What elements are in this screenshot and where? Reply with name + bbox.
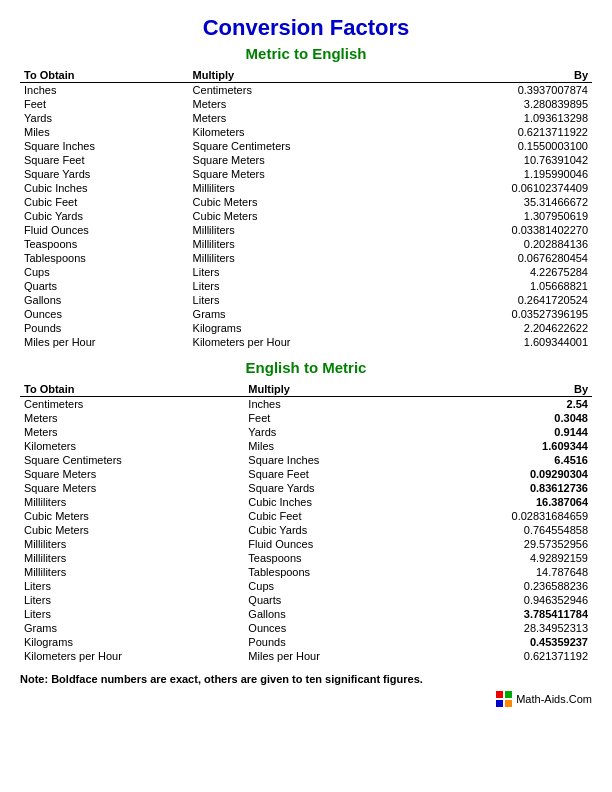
- cell-3-0: Kilometers: [20, 439, 244, 453]
- cell-14-2: 0.946352946: [413, 593, 592, 607]
- table-row: Square YardsSquare Meters1.195990046: [20, 167, 592, 181]
- cell-17-2: 0.45359237: [413, 635, 592, 649]
- cell-3-1: Kilometers: [189, 125, 413, 139]
- table-row: MillilitersTeaspoons4.92892159: [20, 551, 592, 565]
- cell-8-1: Cubic Feet: [244, 509, 413, 523]
- cell-6-2: 0.83612736: [413, 481, 592, 495]
- svg-rect-2: [496, 700, 503, 707]
- cell-17-2: 2.204622622: [413, 321, 592, 335]
- table-row: LitersQuarts0.946352946: [20, 593, 592, 607]
- cell-16-1: Grams: [189, 307, 413, 321]
- cell-6-0: Square Meters: [20, 481, 244, 495]
- footer-logo-text: Math-Aids.Com: [516, 693, 592, 705]
- cell-9-0: Cubic Meters: [20, 523, 244, 537]
- cell-17-0: Kilograms: [20, 635, 244, 649]
- cell-9-2: 1.307950619: [413, 209, 592, 223]
- cell-8-2: 35.31466672: [413, 195, 592, 209]
- cell-3-2: 1.609344: [413, 439, 592, 453]
- cell-0-1: Centimeters: [189, 83, 413, 98]
- cell-2-1: Meters: [189, 111, 413, 125]
- cell-15-2: 3.785411784: [413, 607, 592, 621]
- table-row: Cubic MetersCubic Yards0.764554858: [20, 523, 592, 537]
- col-header-0: To Obtain: [20, 68, 189, 83]
- table-row: OuncesGrams0.03527396195: [20, 307, 592, 321]
- table-row: QuartsLiters1.05668821: [20, 279, 592, 293]
- cell-11-0: Teaspoons: [20, 237, 189, 251]
- table-row: LitersCups0.236588236: [20, 579, 592, 593]
- table-row: CentimetersInches2.54: [20, 397, 592, 412]
- cell-7-0: Milliliters: [20, 495, 244, 509]
- section-heading-0: Metric to English: [20, 45, 592, 62]
- section-0: Metric to EnglishTo ObtainMultiplyByInch…: [20, 45, 592, 349]
- svg-rect-3: [505, 700, 512, 707]
- cell-5-1: Square Meters: [189, 153, 413, 167]
- cell-10-1: Fluid Ounces: [244, 537, 413, 551]
- cell-10-2: 0.03381402270: [413, 223, 592, 237]
- svg-rect-1: [505, 691, 512, 698]
- table-row: MillilitersFluid Ounces29.57352956: [20, 537, 592, 551]
- cell-14-1: Liters: [189, 279, 413, 293]
- cell-18-2: 1.609344001: [413, 335, 592, 349]
- cell-1-2: 0.3048: [413, 411, 592, 425]
- cell-15-1: Liters: [189, 293, 413, 307]
- cell-17-1: Pounds: [244, 635, 413, 649]
- cell-6-1: Square Meters: [189, 167, 413, 181]
- cell-5-2: 0.09290304: [413, 467, 592, 481]
- table-1: To ObtainMultiplyByCentimetersInches2.54…: [20, 382, 592, 663]
- cell-1-0: Meters: [20, 411, 244, 425]
- cell-10-0: Fluid Ounces: [20, 223, 189, 237]
- cell-4-2: 0.1550003100: [413, 139, 592, 153]
- cell-9-1: Cubic Yards: [244, 523, 413, 537]
- table-row: PoundsKilograms2.204622622: [20, 321, 592, 335]
- cell-13-2: 0.236588236: [413, 579, 592, 593]
- cell-1-0: Feet: [20, 97, 189, 111]
- table-row: Square MetersSquare Yards0.83612736: [20, 481, 592, 495]
- cell-13-2: 4.22675284: [413, 265, 592, 279]
- cell-0-2: 2.54: [413, 397, 592, 412]
- table-row: TeaspoonsMilliliters0.202884136: [20, 237, 592, 251]
- table-row: Kilometers per HourMiles per Hour0.62137…: [20, 649, 592, 663]
- cell-12-2: 14.787648: [413, 565, 592, 579]
- svg-rect-0: [496, 691, 503, 698]
- cell-2-2: 0.9144: [413, 425, 592, 439]
- col-header-1: Multiply: [244, 382, 413, 397]
- col-header-0: To Obtain: [20, 382, 244, 397]
- cell-10-2: 29.57352956: [413, 537, 592, 551]
- cell-18-0: Kilometers per Hour: [20, 649, 244, 663]
- cell-5-2: 10.76391042: [413, 153, 592, 167]
- section-1: English to MetricTo ObtainMultiplyByCent…: [20, 359, 592, 663]
- cell-13-1: Cups: [244, 579, 413, 593]
- cell-2-0: Meters: [20, 425, 244, 439]
- table-row: KilometersMiles1.609344: [20, 439, 592, 453]
- cell-14-2: 1.05668821: [413, 279, 592, 293]
- cell-13-0: Cups: [20, 265, 189, 279]
- table-row: Square FeetSquare Meters10.76391042: [20, 153, 592, 167]
- cell-16-0: Grams: [20, 621, 244, 635]
- cell-5-0: Square Feet: [20, 153, 189, 167]
- table-0: To ObtainMultiplyByInchesCentimeters0.39…: [20, 68, 592, 349]
- footer: Math-Aids.Com: [20, 691, 592, 709]
- table-row: Square InchesSquare Centimeters0.1550003…: [20, 139, 592, 153]
- cell-11-1: Milliliters: [189, 237, 413, 251]
- cell-17-1: Kilograms: [189, 321, 413, 335]
- cell-18-2: 0.621371192: [413, 649, 592, 663]
- cell-6-0: Square Yards: [20, 167, 189, 181]
- cell-8-0: Cubic Feet: [20, 195, 189, 209]
- cell-8-1: Cubic Meters: [189, 195, 413, 209]
- cell-10-1: Milliliters: [189, 223, 413, 237]
- cell-15-1: Gallons: [244, 607, 413, 621]
- section-heading-1: English to Metric: [20, 359, 592, 376]
- cell-11-2: 4.92892159: [413, 551, 592, 565]
- table-row: Cubic MetersCubic Feet0.02831684659: [20, 509, 592, 523]
- cell-1-2: 3.280839895: [413, 97, 592, 111]
- table-row: MetersFeet0.3048: [20, 411, 592, 425]
- table-row: Cubic InchesMilliliters0.06102374409: [20, 181, 592, 195]
- table-row: InchesCentimeters0.3937007874: [20, 83, 592, 98]
- cell-9-0: Cubic Yards: [20, 209, 189, 223]
- cell-8-2: 0.02831684659: [413, 509, 592, 523]
- cell-8-0: Cubic Meters: [20, 509, 244, 523]
- table-row: YardsMeters1.093613298: [20, 111, 592, 125]
- cell-16-1: Ounces: [244, 621, 413, 635]
- table-row: GramsOunces28.34952313: [20, 621, 592, 635]
- cell-4-0: Square Centimeters: [20, 453, 244, 467]
